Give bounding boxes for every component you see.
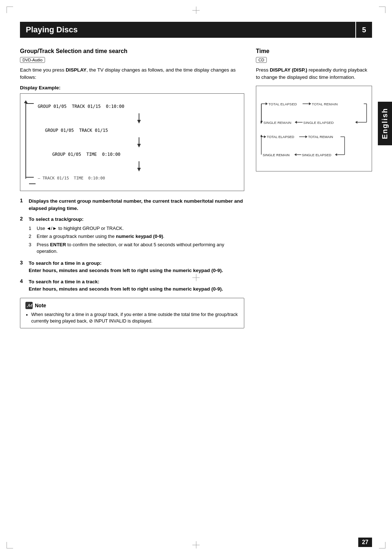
- num-4: 4: [20, 278, 26, 284]
- item-1-text: Displays the current group number/total …: [29, 198, 243, 211]
- right-section-heading: Time: [256, 48, 372, 54]
- svg-text:SINGLE REMAIN: SINGLE REMAIN: [263, 153, 290, 157]
- numeric-keypad-bold: numeric keypad (0-9): [116, 234, 163, 239]
- chapter-number-box: 5: [356, 22, 372, 38]
- sub-item-2-1: 1 Use ◄/► to highlight GROUP or TRACK.: [29, 225, 244, 232]
- sub-item-2-2: 2 Enter a group/track number using the n…: [29, 233, 244, 240]
- item-3-heading: To search for a time in a group:: [29, 260, 102, 266]
- item-1-content: Displays the current group number/total …: [29, 198, 244, 212]
- note-box: 𝓜 Note When searching for a time in a gr…: [20, 298, 244, 328]
- corner-mark-bl: [7, 542, 13, 548]
- svg-marker-39: [261, 134, 263, 137]
- sub-item-2-3: 3 Press ENTER to confirm the selection, …: [29, 242, 244, 255]
- svg-marker-15: [355, 121, 358, 123]
- display-diagram: GROUP 01/05 TRACK 01/15 0:10:00 GROUP 01…: [20, 93, 244, 191]
- item-2-content: To select a track/group: 1 Use ◄/► to hi…: [29, 216, 244, 256]
- header-title-box: Playing Discs: [20, 22, 355, 38]
- item-3-content: To search for a time in a group: Enter h…: [29, 260, 223, 275]
- page-title: Playing Discs: [26, 25, 78, 35]
- svg-marker-3: [137, 144, 141, 147]
- svg-marker-36: [294, 153, 297, 156]
- item-2-heading: To select a track/group:: [29, 216, 83, 222]
- note-text: When searching for a time in a group/ tr…: [25, 311, 239, 324]
- down-arrow-3: [38, 161, 240, 171]
- chapter-number: 5: [362, 26, 366, 34]
- language-tab: English: [378, 102, 392, 145]
- item-3-cont: Enter hours, minutes and seconds from le…: [29, 268, 223, 273]
- bracket-left: [29, 183, 36, 184]
- sub-text-1: Use ◄/► to highlight GROUP or TRACK.: [37, 225, 124, 232]
- sub-num-3: 3: [29, 242, 34, 255]
- item-4-heading: To search for a time in a track:: [29, 279, 99, 284]
- svg-marker-10: [309, 102, 311, 105]
- down-arrow-2: [38, 137, 240, 147]
- svg-marker-28: [305, 135, 307, 138]
- num-2: 2: [20, 216, 26, 222]
- display-example-label: Display Example:: [20, 85, 244, 90]
- list-item-3: 3 To search for a time in a group: Enter…: [20, 260, 244, 275]
- sub-num-1: 1: [29, 225, 34, 232]
- svg-text:SINGLE REMAIN: SINGLE REMAIN: [264, 120, 291, 124]
- diagram-line-1: GROUP 01/05 TRACK 01/15 0:10:00: [38, 100, 240, 113]
- svg-text:TOTAL REMAIN: TOTAL REMAIN: [308, 135, 333, 139]
- corner-mark-tl: [7, 7, 13, 13]
- bottom-crosshair: [192, 541, 200, 548]
- main-content: Playing Discs 5 Group/Track Selection an…: [20, 22, 372, 533]
- note-label: Note: [35, 303, 46, 308]
- content-columns: Group/Track Selection and time search DV…: [20, 48, 372, 328]
- note-icon: 𝓜: [25, 302, 33, 309]
- svg-text:SINGLE ELAPSED: SINGLE ELAPSED: [303, 120, 334, 124]
- svg-marker-33: [335, 153, 337, 156]
- sub-text-2: Enter a group/track number using the num…: [37, 233, 164, 240]
- list-item-4: 4 To search for a time in a track: Enter…: [20, 278, 244, 293]
- note-bullet: When searching for a time in a group/ tr…: [31, 311, 239, 324]
- num-3: 3: [20, 260, 26, 266]
- cd-badge: CD: [256, 57, 267, 63]
- top-crosshair: [192, 7, 200, 14]
- diagram-connector-top: [26, 103, 34, 104]
- diagram-left-bar: [25, 100, 26, 181]
- num-1: 1: [20, 198, 26, 203]
- time-diagram: TOTAL REMAIN --> TOTAL ELAPSED TOTAL REM…: [256, 86, 372, 171]
- svg-marker-25: [264, 135, 266, 138]
- left-section-heading: Group/Track Selection and time search: [20, 48, 244, 54]
- dvd-audio-badge: DVD-Audio: [20, 57, 45, 63]
- diagram-line-3: GROUP 01/05 TIME 0:10:00: [38, 148, 240, 161]
- svg-text:TOTAL ELAPSED: TOTAL ELAPSED: [267, 135, 294, 139]
- display-keyword: DISPLAY: [66, 67, 86, 73]
- svg-marker-7: [266, 102, 268, 105]
- display-disp-bold: DISPLAY (DISP.): [270, 67, 307, 73]
- corner-mark-tr: [379, 7, 385, 13]
- sub-text-3: Press ENTER to confirm the selection, or…: [37, 242, 244, 255]
- svg-text:SINGLE ELAPSED: SINGLE ELAPSED: [302, 153, 331, 157]
- sub-num-2: 2: [29, 233, 34, 240]
- time-cycle-diagram: TOTAL REMAIN -1 --> TOTAL ELAPSED TOTAL …: [261, 130, 367, 163]
- svg-text:TOTAL REMAIN: TOTAL REMAIN: [312, 102, 338, 106]
- diagram-line-2: GROUP 01/05 TRACK 01/15: [38, 124, 240, 137]
- left-column: Group/Track Selection and time search DV…: [20, 48, 244, 328]
- sub-list-2: 1 Use ◄/► to highlight GROUP or TRACK. 2…: [29, 225, 244, 255]
- svg-text:TOTAL ELAPSED: TOTAL ELAPSED: [269, 102, 297, 106]
- time-section: Time CD Press DISPLAY (DISP.) repeatedly…: [256, 48, 372, 171]
- diagram-line-4: — TRACK 01/15 TIME 0:10:00: [38, 172, 105, 184]
- down-arrow-1: [38, 113, 240, 123]
- numbered-list: 1 Displays the current group number/tota…: [20, 198, 244, 293]
- note-header: 𝓜 Note: [25, 302, 239, 309]
- svg-marker-1: [137, 120, 141, 123]
- list-item-2: 2 To select a track/group: 1 Use ◄/► to …: [20, 216, 244, 256]
- list-item-1: 1 Displays the current group number/tota…: [20, 198, 244, 212]
- diagram-connector-bottom: [26, 177, 34, 178]
- enter-bold: ENTER: [50, 242, 66, 247]
- left-body-text: Each time you press DISPLAY, the TV disp…: [20, 66, 244, 81]
- header-bar: Playing Discs 5: [20, 22, 372, 38]
- item-4-cont: Enter hours, minutes and seconds from le…: [29, 286, 223, 292]
- time-flow-diagram: TOTAL REMAIN --> TOTAL ELAPSED TOTAL REM…: [261, 97, 367, 133]
- diagram-line-4-row: — TRACK 01/15 TIME 0:10:00: [38, 172, 240, 184]
- item-4-content: To search for a time in a track: Enter h…: [29, 278, 223, 293]
- page-number: 27: [358, 538, 372, 547]
- right-body-text: Press DISPLAY (DISP.) repeatedly during …: [256, 66, 372, 81]
- svg-marker-5: [137, 168, 141, 171]
- right-column: Time CD Press DISPLAY (DISP.) repeatedly…: [256, 48, 372, 328]
- corner-mark-br: [379, 542, 385, 548]
- svg-marker-20: [295, 121, 297, 123]
